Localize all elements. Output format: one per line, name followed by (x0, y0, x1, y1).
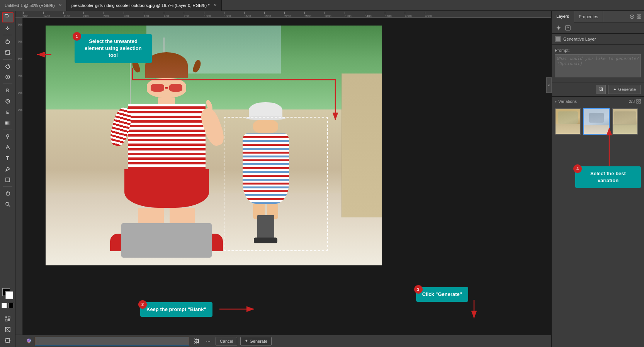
svg-rect-1 (5, 15, 8, 17)
svg-rect-49 (637, 99, 638, 101)
prompt-label: Prompt: (555, 48, 641, 53)
sparkle-icon[interactable] (555, 24, 562, 32)
shape-tool-btn[interactable] (2, 175, 14, 185)
black-swatch[interactable] (8, 303, 14, 308)
svg-rect-47 (566, 26, 570, 30)
toolbar-divider-2 (3, 59, 12, 60)
brush-tool-btn[interactable]: B (2, 85, 14, 96)
prompt-bar: 🔮 🖼 ··· Cancel ✦ Generate (19, 337, 548, 345)
zoom-tool-btn[interactable] (2, 199, 14, 209)
arm-right (198, 106, 227, 148)
scooter-handlebar (110, 234, 223, 251)
annotation-1: 1 Select the unwanted element using sele… (75, 34, 152, 63)
girl1-neck (158, 97, 175, 104)
girl1-container (96, 50, 237, 265)
svg-point-15 (7, 135, 9, 137)
history-icon[interactable] (564, 24, 572, 32)
artboard-tool-btn[interactable] (2, 335, 14, 345)
var3-bg (614, 111, 636, 125)
panel-tabs: Layers Properties (552, 11, 644, 22)
canvas-viewport[interactable]: 1 Select the unwanted element using sele… (22, 18, 551, 335)
swatch-container[interactable] (2, 288, 13, 299)
panel-icon-row (552, 22, 644, 34)
variations-header: ▾ Variations 2/3 (552, 97, 644, 106)
tab-untitled[interactable]: Untitled-1 @ 50% (RGB/8) ✕ (0, 0, 67, 11)
lens-left (151, 84, 164, 92)
variation-thumb-3[interactable] (612, 108, 638, 135)
left-toolbar: ✛ B E (0, 11, 15, 347)
more-options-btn[interactable]: ··· (204, 337, 212, 345)
crop-tool-btn[interactable] (2, 48, 14, 58)
prompt-input[interactable] (35, 337, 189, 345)
canvas-with-ruler: 100 200 300 400 500 600 (15, 18, 551, 335)
frame-tool-btn[interactable] (2, 325, 14, 335)
annotation-bubble-2: Keep the prompt "Blank" (140, 302, 212, 317)
panel-collapse-btn[interactable]: « (546, 77, 552, 93)
var3-ground (613, 124, 637, 134)
panel-icon-2[interactable] (636, 14, 642, 19)
text-tool-btn[interactable]: T (2, 153, 14, 163)
annotation-bubble-4: Select the best variation (575, 166, 641, 188)
girl1-face (147, 78, 186, 97)
pen-tool-btn[interactable] (2, 142, 14, 152)
dodge-tool-btn[interactable] (2, 132, 14, 142)
clone-tool-btn[interactable] (2, 96, 14, 106)
svg-rect-50 (639, 99, 641, 101)
tab-close-1[interactable]: ✕ (59, 3, 62, 7)
selection-tool-btn[interactable] (2, 12, 14, 22)
svg-rect-23 (5, 319, 7, 321)
eraser-tool-btn[interactable]: E (2, 107, 14, 117)
move-icon: ✛ (5, 26, 10, 31)
prompt-textarea[interactable] (555, 54, 641, 77)
sunglasses (151, 84, 182, 92)
gradient-tool-btn[interactable] (2, 118, 14, 128)
ruler-tick: 700 (183, 12, 203, 18)
ruler-tick: 1300 (223, 12, 243, 18)
eyedropper-tool-btn[interactable] (2, 61, 14, 71)
svg-rect-44 (639, 15, 641, 16)
svg-rect-21 (5, 316, 7, 318)
svg-point-12 (6, 99, 10, 103)
move-tool-btn[interactable]: ✛ (2, 23, 14, 33)
var1-bg (558, 111, 578, 124)
var-thumb-img-1 (556, 109, 580, 134)
panel-tab-icons (629, 11, 644, 22)
path-selection-btn[interactable] (2, 164, 14, 174)
svg-point-13 (7, 101, 8, 102)
ruler-tick: 400 (163, 12, 183, 18)
annotation-3: 3 Click "Generate" (416, 287, 468, 302)
canvas-area: 500 1400 1100 800 500 200 100 400 700 10… (15, 11, 551, 347)
prompt-section: Prompt: (552, 45, 644, 82)
tab-properties[interactable]: Properties (574, 11, 603, 22)
variations-collapse-icon[interactable]: ▾ (555, 99, 557, 104)
gen-image-icon-btn[interactable]: 🖼 (596, 85, 606, 94)
quick-mask-btn[interactable] (2, 314, 14, 324)
lasso-tool-btn[interactable] (2, 37, 14, 47)
background-swatch[interactable] (5, 291, 13, 299)
hand-tool-btn[interactable] (2, 188, 14, 198)
variation-thumb-2[interactable] (583, 108, 610, 135)
tab-photo[interactable]: preschooler-girls-riding-scooter-outdoor… (67, 0, 222, 11)
gen-main-button[interactable]: ✦ Generate (608, 85, 641, 94)
spot-healing-btn[interactable] (2, 72, 14, 82)
ruler-tick: 1100 (63, 12, 83, 18)
ruler-tick: 1600 (243, 12, 263, 18)
variation-thumb-1[interactable] (555, 108, 581, 135)
ruler-tick: 800 (83, 12, 103, 18)
cancel-button[interactable]: Cancel (216, 337, 237, 345)
generate-button[interactable]: ✦ Generate (240, 337, 272, 345)
annotation-number-2: 2 (138, 300, 147, 309)
grid-view-icon[interactable] (636, 99, 641, 104)
tab-close-2[interactable]: ✕ (214, 3, 217, 7)
svg-rect-48 (556, 37, 560, 41)
svg-line-7 (8, 64, 10, 65)
prompt-status: 🔮 (26, 338, 32, 344)
scooter-body (121, 223, 212, 258)
white-swatch[interactable] (2, 303, 7, 308)
tab-layers[interactable]: Layers (552, 11, 574, 22)
var1-ground (556, 124, 580, 134)
ruler-tick: 4000 (404, 12, 424, 18)
image-icon-btn[interactable]: 🖼 (192, 337, 201, 345)
var-thumb-img-2 (584, 109, 609, 134)
panel-icon-1[interactable] (629, 14, 635, 19)
